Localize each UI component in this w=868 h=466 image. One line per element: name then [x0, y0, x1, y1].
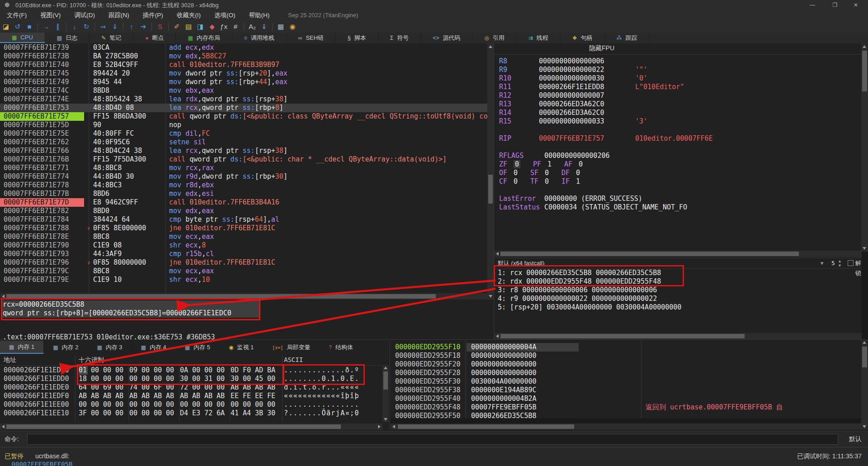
register-row[interactable]: RIP00007FF6EB71E757010editor.00007FF6E: [494, 134, 862, 143]
disasm-row[interactable]: 00007FF6EB71E77444:8B4D 30mov r9d,dword …: [0, 172, 487, 181]
register-row[interactable]: R90000000000000022'"': [494, 66, 862, 74]
minimize-button[interactable]: —: [802, 0, 823, 10]
disasm-row[interactable]: 00007FF6EB71E73903CAadd ecx,edx: [0, 43, 487, 52]
disasm-row[interactable]: 00007FF6EB71E77DE8 9462C9FFcall 010edito…: [0, 198, 487, 207]
label-icon[interactable]: ◨: [194, 21, 206, 33]
disasm-row[interactable]: 00007FF6EB71E7828BD0mov edx,eax: [0, 207, 487, 215]
step-out-icon[interactable]: ↑: [126, 21, 137, 33]
flags-row[interactable]: OF0SF0DF0: [494, 169, 862, 177]
menu-item[interactable]: 插件(P): [136, 10, 170, 21]
disasm-row[interactable]: 00007FF6EB71E76BFF15 7F5DA300call qword …: [0, 155, 487, 164]
scroll-left-icon[interactable]: [2, 295, 5, 298]
tab-线程[interactable]: ⇉线程: [517, 33, 561, 43]
run-to-user-icon[interactable]: ➔: [137, 21, 149, 33]
pause-icon[interactable]: ∥: [52, 21, 64, 33]
disasm-row[interactable]: 00007FF6EB71E74E48:8D5424 38lea rdx,qwor…: [0, 95, 487, 104]
disasm-row[interactable]: 00007FF6EB71E796∨0F85 80000000jne 010edi…: [0, 258, 487, 267]
register-row[interactable]: RFLAGS0000000000000206: [494, 152, 862, 160]
disasm-row[interactable]: 00007FF6EB71E77844:8BC3mov r8d,ebx: [0, 181, 487, 190]
stack-row[interactable]: 000000EDD2955F5000000266ED35C5B8: [391, 412, 861, 418]
register-row[interactable]: R80000000000000006: [494, 57, 862, 66]
dump-tab-内存 2[interactable]: ▦内存 2: [44, 341, 88, 354]
dump-tab-内存 3[interactable]: ▦内存 3: [88, 341, 132, 354]
hide-fpu-button[interactable]: 隐藏FPU: [589, 44, 614, 52]
disassembly-view[interactable]: 00007FF6EB71E73903CAadd ecx,edx00007FF6E…: [0, 43, 487, 293]
stack-vscrollbar[interactable]: [861, 339, 868, 430]
stack-row[interactable]: 000000EDD2955F4800007FFE9EBFF05B返回到 ucrt…: [391, 403, 861, 412]
dump-row[interactable]: 00000266F1E1EE00000000000000000000000000…: [0, 400, 390, 409]
argument-row[interactable]: 5: [rsp+20] 0030004A00000000 0030004A000…: [494, 303, 862, 312]
dump-row[interactable]: 00000266F1E1EDE06400690074006F0072000000…: [0, 383, 390, 392]
dump-row[interactable]: 00000266F1E1EDF0ABABABABABABABABABABABAB…: [0, 392, 390, 400]
dump-tab-结构体[interactable]: ?结构体: [320, 341, 363, 354]
disasm-row[interactable]: 00007FF6EB71E75348:8D4D 08lea rcx,qword …: [0, 104, 487, 112]
disasm-row[interactable]: 00007FF6EB71E740E8 52B4C9FFcall 010edito…: [0, 61, 487, 69]
scroll-down-icon[interactable]: [489, 295, 492, 298]
arg-count-stepper[interactable]: 5: [831, 258, 835, 268]
flags-row[interactable]: ZF0PF1AF0: [494, 160, 862, 169]
disasm-row[interactable]: 00007FF6EB71E77148:8BC8mov rcx,rax: [0, 164, 487, 172]
close-button[interactable]: ✕: [845, 0, 866, 10]
stack-row[interactable]: 000000EDD2955F280000000000000000: [391, 369, 861, 377]
register-row[interactable]: R120000000000000007: [494, 91, 862, 100]
status-address-link-1[interactable]: 00007FFE9EBFF05B: [12, 461, 73, 466]
register-row[interactable]: R1300000266ED3A62C0: [494, 100, 862, 109]
dump-tab-局部变量[interactable]: [x=]局部变量: [263, 341, 320, 354]
lamp-icon[interactable]: ◉: [287, 21, 298, 33]
symbol-s-icon[interactable]: S: [154, 21, 166, 33]
argument-row[interactable]: 4: r9 0000000000000022 0000000000000022: [494, 295, 862, 303]
menu-item[interactable]: 调试(D): [67, 10, 102, 21]
disasm-row[interactable]: 00007FF6EB71E79C8BC8mov ecx,eax: [0, 267, 487, 276]
restart-icon[interactable]: ↺: [12, 21, 24, 33]
dump-tab-内存 1[interactable]: ▦内存 1: [0, 341, 44, 354]
disasm-row[interactable]: 00007FF6EB71E7498945 44mov dword ptr ss:…: [0, 78, 487, 86]
dump-rows[interactable]: 00000266F1E1EDC001000000090000000A000000…: [0, 366, 390, 422]
menu-item[interactable]: 选项(O): [208, 10, 242, 21]
step-into-icon[interactable]: ↓: [69, 21, 80, 33]
stack-row[interactable]: 000000EDD2955F10000000000000004A: [391, 343, 861, 352]
disasm-hscrollbar[interactable]: [0, 293, 487, 300]
stack-row[interactable]: 000000EDD2955F180000000000000000: [391, 352, 861, 360]
stack-row[interactable]: 000000EDD2955F200000000000000000: [391, 360, 861, 369]
bookmark-icon[interactable]: ◆: [206, 21, 218, 33]
goto-icon[interactable]: ⇓: [258, 21, 270, 33]
tab-脚本[interactable]: §脚本: [336, 33, 378, 43]
tab-CPU[interactable]: ▦CPU: [0, 33, 45, 43]
function-icon[interactable]: ƒx: [218, 21, 230, 33]
flags-row[interactable]: CF0TF0IF1: [494, 177, 862, 186]
dump-hscrollbar[interactable]: [0, 423, 382, 430]
registers-vscrollbar[interactable]: [861, 43, 868, 252]
disasm-vscrollbar[interactable]: [487, 43, 494, 300]
maximize-button[interactable]: ❐: [825, 0, 845, 10]
tab-句柄[interactable]: ❖句柄: [561, 33, 605, 43]
disasm-row[interactable]: 00007FF6EB71E75E40:80FF FCcmp dil,FC: [0, 129, 487, 138]
disasm-row[interactable]: 00007FF6EB71E75D90nop: [0, 121, 487, 129]
register-row[interactable]: R100000000000000030'0': [494, 74, 862, 83]
open-file-icon[interactable]: ◪: [0, 21, 12, 33]
register-row[interactable]: R1100000266F1E1EDD8L"010Editor": [494, 83, 862, 91]
unlock-checkbox[interactable]: [848, 260, 854, 266]
dump-vscrollbar[interactable]: [382, 365, 389, 422]
arguments-list[interactable]: 1: rcx 00000266ED35C5B8 00000266ED35C5B8…: [494, 269, 862, 312]
scroll-thumb[interactable]: [6, 294, 436, 299]
stop-icon[interactable]: ■: [24, 21, 35, 33]
menu-item[interactable]: 视图(V): [33, 10, 67, 21]
disasm-row[interactable]: 00007FF6EB71E784384424 64cmp byte ptr ss…: [0, 215, 487, 224]
disasm-row[interactable]: 00007FF6EB71E73BBA 278C5B00mov edx,5B8C2…: [0, 52, 487, 61]
dump-tab-内存 4[interactable]: ▦内存 4: [132, 341, 176, 354]
tab-调用堆栈[interactable]: ≡调用堆栈: [232, 33, 287, 43]
disasm-row[interactable]: 00007FF6EB71E79344:3AF9cmp r15b,cl: [0, 250, 487, 258]
tab-跟踪[interactable]: ⁂跟踪: [605, 33, 650, 43]
tab-日志[interactable]: ▤日志: [45, 33, 90, 43]
chevron-down-icon[interactable]: ▾: [821, 258, 824, 268]
menu-item[interactable]: 跟踪(N): [102, 10, 136, 21]
disasm-row[interactable]: 00007FF6EB71E79EC1E9 10shr ecx,10: [0, 276, 487, 284]
disasm-row[interactable]: 00007FF6EB71E74C8BD8mov ebx,eax: [0, 86, 487, 95]
argument-row[interactable]: 2: rdx 000000EDD2955F48 000000EDD2955F48: [494, 277, 862, 286]
tab-SEH链[interactable]: ∞SEH链: [287, 33, 336, 43]
calculator-icon[interactable]: ▦: [275, 21, 287, 33]
disasm-row[interactable]: 00007FF6EB71E790C1E9 08shr ecx,8: [0, 241, 487, 250]
a2-icon[interactable]: A₂: [246, 21, 258, 33]
registers-hscrollbar[interactable]: [494, 251, 862, 257]
argument-row[interactable]: 1: rcx 00000266ED35C5B8 00000266ED35C5B8: [494, 269, 862, 277]
